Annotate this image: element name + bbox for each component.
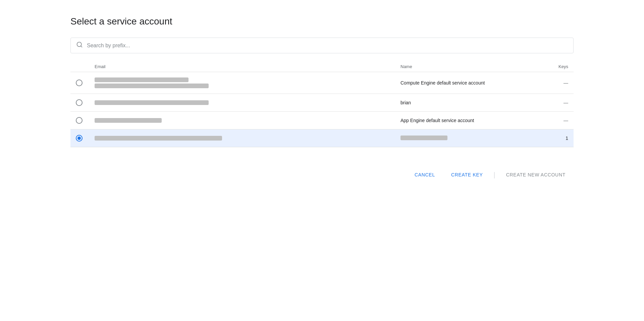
email-cell-2 <box>95 100 400 105</box>
name-cell-4 <box>400 136 535 141</box>
table-container: Email Name Keys Compute Engine default s… <box>70 61 574 147</box>
create-new-account-button[interactable]: CREATE NEW ACCOUNT <box>498 169 574 181</box>
cancel-button[interactable]: CANCEL <box>407 169 443 181</box>
keys-cell-1: — <box>535 80 568 86</box>
email-blurred-3 <box>95 118 162 123</box>
divider: | <box>494 171 495 179</box>
name-cell-3: App Engine default service account <box>400 118 535 123</box>
page-container: Select a service account Email Name Keys <box>70 16 574 186</box>
email-blurred-4 <box>95 136 222 141</box>
radio-button-2[interactable] <box>76 99 83 106</box>
create-key-button[interactable]: CREATE KEY <box>443 169 491 181</box>
keys-cell-3: — <box>535 118 568 123</box>
page-title: Select a service account <box>70 16 574 27</box>
email-blurred-1b <box>95 84 209 88</box>
table-row[interactable]: App Engine default service account — <box>70 112 574 129</box>
radio-cell-1 <box>76 79 95 86</box>
table-row-selected[interactable]: 1 <box>70 129 574 147</box>
email-cell-3 <box>95 118 400 123</box>
name-blurred-4 <box>400 136 447 140</box>
keys-cell-2: — <box>535 100 568 105</box>
keys-cell-4: 1 <box>535 136 568 141</box>
search-bar <box>70 38 574 53</box>
radio-button-4[interactable] <box>76 135 83 142</box>
header-keys: Keys <box>535 64 568 69</box>
email-blurred-2 <box>95 100 209 105</box>
email-cell-4 <box>95 136 400 141</box>
table-header: Email Name Keys <box>70 61 574 72</box>
email-cell-1 <box>95 77 400 88</box>
search-input[interactable] <box>87 43 568 49</box>
radio-cell-3 <box>76 117 95 124</box>
table-row[interactable]: Compute Engine default service account — <box>70 72 574 94</box>
name-cell-2: brian <box>400 100 535 105</box>
name-cell-1: Compute Engine default service account <box>400 80 535 86</box>
svg-line-1 <box>81 46 82 47</box>
header-name: Name <box>400 64 535 69</box>
email-blurred-1a <box>95 77 189 82</box>
radio-cell-2 <box>76 99 95 106</box>
footer: CANCEL CREATE KEY | CREATE NEW ACCOUNT <box>70 163 574 186</box>
search-icon <box>76 41 83 50</box>
radio-button-1[interactable] <box>76 79 83 86</box>
table-row[interactable]: brian — <box>70 94 574 112</box>
header-radio-placeholder <box>76 64 95 69</box>
radio-button-3[interactable] <box>76 117 83 124</box>
header-email: Email <box>95 64 400 69</box>
radio-cell-4 <box>76 135 95 142</box>
